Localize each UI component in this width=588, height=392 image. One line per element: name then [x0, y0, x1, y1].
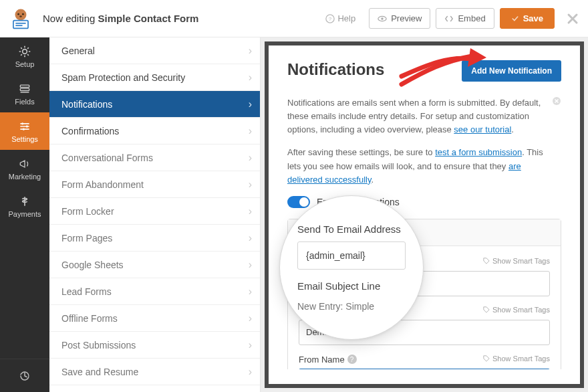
submenu-item-0[interactable]: General› — [49, 37, 260, 64]
dollar-icon — [18, 195, 31, 208]
close-button[interactable] — [567, 13, 579, 25]
chevron-right-icon: › — [249, 366, 252, 378]
nav-marketing[interactable]: Marketing — [0, 150, 49, 187]
tag-icon — [483, 355, 490, 362]
settings-submenu: General›Spam Protection and Security›Not… — [49, 37, 261, 392]
sliders-icon — [18, 120, 31, 133]
submenu-item-3[interactable]: Confirmations› — [49, 118, 260, 144]
submenu-item-5[interactable]: Form Abandonment› — [49, 171, 260, 198]
chevron-right-icon: › — [249, 125, 252, 137]
magnifier-value-1: {admin_email} — [297, 241, 406, 270]
chevron-right-icon: › — [249, 339, 252, 351]
svg-rect-14 — [20, 92, 29, 93]
chevron-right-icon: › — [249, 72, 252, 84]
chevron-right-icon: › — [249, 259, 252, 271]
chevron-right-icon: › — [249, 45, 252, 57]
close-icon — [552, 96, 561, 106]
chevron-right-icon: › — [249, 179, 252, 191]
magnifier-value-2: New Entry: Simple — [297, 298, 406, 312]
revisions-button[interactable] — [0, 359, 49, 392]
svg-rect-5 — [15, 22, 25, 23]
smart-tags-from-name[interactable]: Show Smart Tags — [483, 355, 550, 363]
submenu-item-10[interactable]: Offline Forms› — [49, 305, 260, 332]
app-logo — [9, 7, 32, 30]
tag-icon — [483, 306, 490, 313]
nav-payments[interactable]: Payments — [0, 187, 49, 225]
help-icon: ? — [325, 14, 335, 23]
svg-point-10 — [381, 17, 384, 20]
submenu-item-8[interactable]: Google Sheets› — [49, 252, 260, 278]
submenu-item-9[interactable]: Lead Forms› — [49, 278, 260, 305]
svg-rect-13 — [20, 88, 29, 90]
chevron-right-icon: › — [249, 286, 252, 298]
submenu-item-7[interactable]: Form Pages› — [49, 225, 260, 252]
from-name-label: From Name? — [299, 355, 483, 365]
submenu-item-11[interactable]: Post Submissions› — [49, 332, 260, 359]
preview-button[interactable]: Preview — [369, 8, 430, 29]
help-link[interactable]: ? Help — [325, 13, 355, 23]
magnifier-label-2: Email Subject Line — [297, 280, 406, 292]
nav-fields[interactable]: Fields — [0, 75, 49, 112]
magnifier-overlay: Send To Email Address {admin_email} Emai… — [279, 195, 424, 340]
eye-icon — [378, 14, 387, 23]
embed-icon — [444, 14, 454, 23]
help-icon[interactable]: ? — [347, 355, 357, 364]
svg-point-11 — [23, 49, 27, 54]
form-name: Simple Contact Form — [98, 13, 199, 24]
svg-rect-4 — [13, 20, 28, 28]
tag-icon — [483, 258, 490, 264]
chevron-right-icon: › — [249, 312, 252, 324]
embed-button[interactable]: Embed — [436, 8, 494, 29]
test-submission-link[interactable]: test a form submission — [435, 147, 522, 157]
smart-tags-send-to[interactable]: Show Smart Tags — [483, 257, 550, 265]
submenu-item-12[interactable]: Save and Resume› — [49, 359, 260, 385]
chevron-right-icon: › — [249, 232, 252, 244]
enable-notifications-toggle[interactable] — [287, 196, 310, 208]
fields-icon — [18, 82, 31, 96]
top-bar: Now editing Simple Contact Form ? Help P… — [0, 0, 588, 37]
magnifier-label-1: Send To Email Address — [297, 223, 406, 235]
svg-point-3 — [19, 15, 22, 17]
svg-point-1 — [17, 13, 19, 15]
add-new-notification-button[interactable]: Add New Notification — [462, 60, 561, 82]
check-icon — [511, 15, 519, 23]
close-icon — [567, 13, 579, 25]
smart-tags-subject[interactable]: Show Smart Tags — [483, 306, 550, 314]
nav-settings[interactable]: Settings — [0, 112, 49, 150]
info-text: Notifications are emails sent when a for… — [287, 96, 561, 187]
svg-rect-6 — [15, 25, 22, 26]
svg-point-16 — [26, 125, 28, 127]
left-nav: Setup Fields Settings Marketing Payments — [0, 37, 49, 392]
from-name-input[interactable] — [299, 369, 550, 369]
svg-point-17 — [23, 128, 25, 130]
svg-point-2 — [22, 13, 24, 15]
svg-point-0 — [15, 9, 27, 20]
chevron-right-icon: › — [249, 98, 252, 110]
editing-prefix: Now editing — [43, 13, 98, 24]
submenu-item-1[interactable]: Spam Protection and Security› — [49, 64, 260, 91]
tutorial-link[interactable]: see our tutorial — [454, 124, 511, 134]
svg-point-15 — [21, 122, 23, 124]
chevron-right-icon: › — [249, 205, 252, 217]
chevron-right-icon: › — [249, 152, 252, 164]
submenu-item-6[interactable]: Form Locker› — [49, 198, 260, 225]
svg-rect-12 — [20, 85, 29, 87]
save-button[interactable]: Save — [500, 8, 555, 29]
dismiss-button[interactable] — [552, 96, 561, 110]
editing-title: Now editing Simple Contact Form — [43, 13, 198, 24]
submenu-item-2[interactable]: Notifications› — [49, 91, 260, 118]
submenu-item-4[interactable]: Conversational Forms› — [49, 144, 260, 171]
nav-setup[interactable]: Setup — [0, 37, 49, 75]
history-icon — [19, 370, 31, 382]
gear-icon — [18, 45, 31, 58]
svg-text:?: ? — [329, 15, 332, 21]
megaphone-icon — [18, 157, 31, 171]
